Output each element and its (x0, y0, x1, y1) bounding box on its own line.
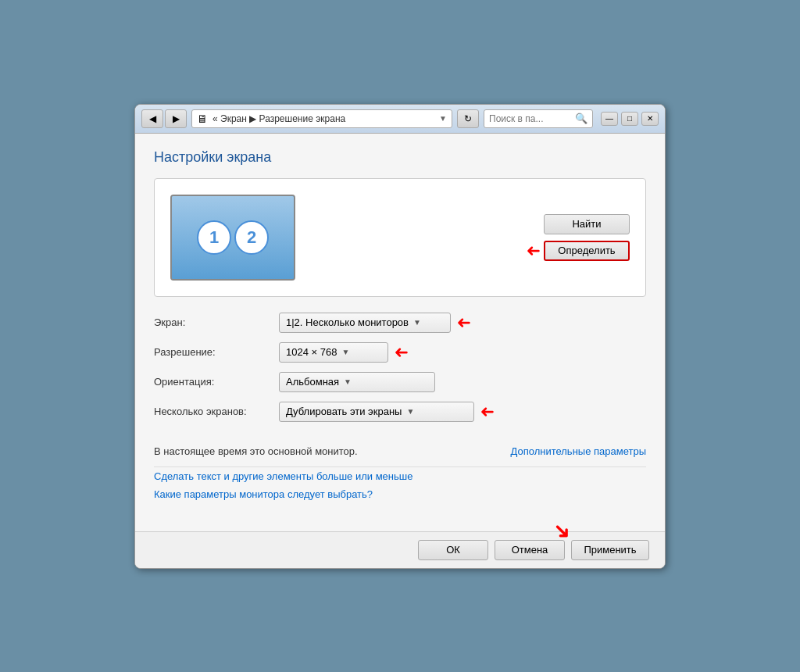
resolution-dropdown-arrow-icon: ▼ (341, 348, 349, 356)
resolution-value: 1024 × 768 (286, 346, 337, 358)
monitor-icon: 🖥 (197, 113, 208, 125)
orientaciya-label: Ориентация: (154, 376, 279, 388)
razreshenie-label: Разрешение: (154, 346, 279, 358)
close-button[interactable]: ✕ (641, 112, 659, 126)
ekran-label: Экран: (154, 316, 279, 328)
ok-button[interactable]: ОК (418, 540, 488, 560)
apply-button[interactable]: Применить (571, 540, 649, 560)
neskolko-label: Несколько экранов: (154, 406, 279, 417)
find-button[interactable]: Найти (544, 214, 630, 234)
arrow-neskolko-icon: ➜ (480, 402, 495, 422)
razreshenie-control-wrap: 1024 × 768 ▼ ➜ (279, 342, 409, 363)
multi-display-dropdown[interactable]: Дублировать эти экраны ▼ (279, 402, 474, 422)
multi-display-value: Дублировать эти экраны (286, 406, 402, 417)
neskolko-control-wrap: Дублировать эти экраны ▼ ➜ (279, 402, 495, 422)
main-monitor-text: В настоящее время это основной монитор. (154, 445, 358, 457)
monitor-1: 1 (197, 220, 231, 255)
ekran-dropdown-value: 1|2. Несколько мониторов (286, 316, 409, 328)
settings-form: Экран: 1|2. Несколько мониторов ▼ ➜ Разр… (154, 313, 646, 439)
multi-display-dropdown-arrow-icon: ▼ (406, 407, 414, 416)
monitor-params-link[interactable]: Какие параметры монитора следует выбрать… (154, 488, 646, 500)
content-area: Настройки экрана 1 2 Найти ➜ Определить (135, 134, 665, 531)
info-row: В настоящее время это основной монитор. … (154, 445, 646, 457)
orientaciya-row: Ориентация: Альбомная ▼ (154, 372, 646, 392)
search-icon[interactable]: 🔍 (575, 113, 588, 124)
panel-buttons: Найти ➜ Определить (527, 214, 630, 261)
detect-button[interactable]: Определить (544, 241, 630, 261)
razreshenie-row: Разрешение: 1024 × 768 ▼ ➜ (154, 342, 646, 363)
monitor-2: 2 (234, 220, 269, 255)
address-text: « Экран ▶ Разрешение экрана (212, 113, 434, 124)
main-window: ◀ ▶ 🖥 « Экран ▶ Разрешение экрана ▼ ↻ 🔍 … (134, 104, 666, 569)
footer: ➜ ОК Отмена Применить (135, 531, 665, 568)
restore-button[interactable]: □ (621, 112, 638, 126)
search-bar[interactable]: 🔍 (484, 109, 593, 128)
text-size-link[interactable]: Сделать текст и другие элементы больше и… (154, 470, 646, 482)
cancel-button[interactable]: Отмена (495, 540, 565, 560)
ekran-control-wrap: 1|2. Несколько мониторов ▼ ➜ (279, 313, 471, 333)
monitor-numbers: 1 2 (197, 220, 269, 255)
resolution-dropdown[interactable]: 1024 × 768 ▼ (279, 342, 388, 363)
advanced-params-link[interactable]: Дополнительные параметры (510, 445, 646, 457)
arrow-opredelit-icon: ➜ (527, 241, 541, 261)
nav-buttons: ◀ ▶ (141, 109, 187, 128)
window-controls: — □ ✕ (601, 112, 659, 126)
refresh-button[interactable]: ↻ (457, 109, 479, 128)
ekran-dropdown[interactable]: 1|2. Несколько мониторов ▼ (279, 313, 451, 333)
address-dropdown-icon[interactable]: ▼ (439, 114, 447, 123)
monitor-panel: 1 2 Найти ➜ Определить (154, 178, 646, 297)
ekran-row: Экран: 1|2. Несколько мониторов ▼ ➜ (154, 313, 646, 333)
orientation-dropdown-arrow-icon: ▼ (344, 377, 352, 386)
orientation-value: Альбомная (286, 376, 339, 388)
page-title: Настройки экрана (154, 149, 646, 166)
forward-button[interactable]: ▶ (165, 109, 187, 128)
orientation-dropdown[interactable]: Альбомная ▼ (279, 372, 435, 392)
minimize-button[interactable]: — (601, 112, 618, 126)
back-button[interactable]: ◀ (141, 109, 163, 128)
ekran-dropdown-arrow-icon: ▼ (413, 318, 421, 327)
arrow-razreshenie-icon: ➜ (395, 342, 409, 363)
orientaciya-control-wrap: Альбомная ▼ (279, 372, 435, 392)
neskolko-row: Несколько экранов: Дублировать эти экран… (154, 402, 646, 422)
titlebar: ◀ ▶ 🖥 « Экран ▶ Разрешение экрана ▼ ↻ 🔍 … (135, 105, 665, 134)
address-bar[interactable]: 🖥 « Экран ▶ Разрешение экрана ▼ (191, 109, 452, 128)
links-section: Сделать текст и другие элементы больше и… (154, 466, 646, 516)
arrow-ekran-icon: ➜ (457, 313, 471, 333)
monitor-preview: 1 2 (170, 195, 295, 281)
search-input[interactable] (489, 113, 572, 124)
